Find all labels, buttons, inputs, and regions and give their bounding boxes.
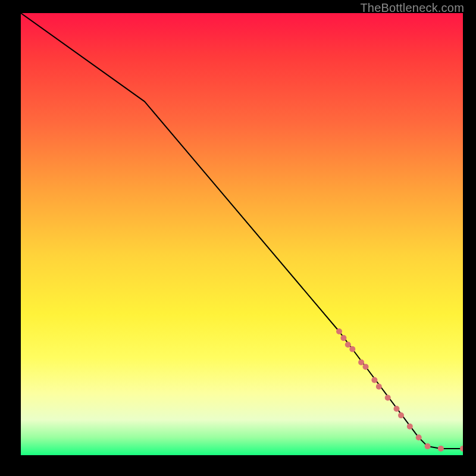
data-point [371, 377, 377, 383]
data-point [336, 328, 342, 334]
plot-area [21, 13, 463, 455]
chart-overlay [21, 13, 463, 455]
chart-frame: TheBottleneck.com [0, 0, 476, 476]
bottleneck-curve [21, 13, 463, 449]
data-point [358, 359, 364, 365]
data-point [398, 412, 404, 418]
data-point [460, 446, 463, 452]
data-point [363, 364, 369, 369]
data-point [376, 384, 382, 390]
data-point [425, 443, 431, 449]
data-point [407, 424, 413, 430]
data-point [345, 342, 351, 347]
data-point [416, 434, 422, 440]
data-point [340, 335, 346, 341]
marker-group [336, 328, 463, 452]
data-point [385, 394, 391, 400]
data-point [394, 406, 400, 412]
data-point [438, 446, 444, 452]
data-point [349, 346, 355, 352]
